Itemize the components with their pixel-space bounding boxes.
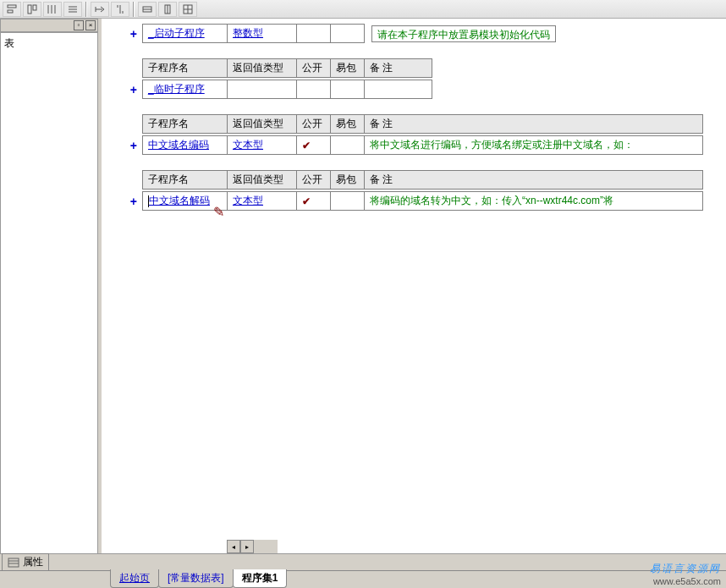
expand-icon[interactable]: + <box>130 139 137 152</box>
tb-btn-2[interactable] <box>23 2 41 17</box>
expand-icon[interactable]: + <box>130 83 137 96</box>
tb-btn-1[interactable] <box>3 2 21 17</box>
tb-btn-6[interactable] <box>111 2 129 17</box>
watermark: 易语言资源网 www.e5a5x.com <box>650 562 721 586</box>
expand-icon[interactable]: + <box>130 195 137 208</box>
scroll-left-icon[interactable]: ◂ <box>227 540 240 553</box>
ret-type[interactable]: 文本型 <box>233 195 263 206</box>
svg-rect-2 <box>28 5 31 14</box>
panel-side-text: 表 <box>4 37 14 49</box>
expand-icon[interactable]: + <box>130 27 137 41</box>
tab-programset[interactable]: 程序集1 <box>233 569 288 588</box>
hdr-pub: 公开 <box>297 59 331 78</box>
document-tabs: 起始页 [常量数据表] 程序集1 <box>0 570 726 588</box>
table-row[interactable]: 中文域名解码 文本型 ✔ 将编码的域名转为中文，如：传入“xn--wxtr44c… <box>143 192 703 211</box>
table-row[interactable]: _临时子程序 <box>143 80 432 99</box>
table-row[interactable]: _启动子程序 整数型 <box>143 25 365 43</box>
toolbar <box>0 0 726 19</box>
check-icon[interactable]: ✔ <box>302 140 311 151</box>
hdr-yi: 易包 <box>331 59 365 78</box>
sub-name[interactable]: _临时子程序 <box>148 83 205 95</box>
properties-button[interactable]: 属性 <box>2 553 49 571</box>
svg-rect-1 <box>8 10 13 13</box>
h-scrollbar[interactable]: ◂ ▸ <box>227 540 278 553</box>
code-area: + _启动子程序 整数型 请在本子程序中放置易模块初始化代码 子程 <box>102 19 726 553</box>
side-panel: ▫ × 表 <box>0 19 102 553</box>
remark[interactable]: 将中文域名进行编码，方便域名绑定或注册中文域名，如： <box>365 136 703 155</box>
svg-rect-0 <box>8 5 16 8</box>
sub-name[interactable]: _启动子程序 <box>148 27 205 39</box>
remark[interactable]: 将编码的域名转为中文，如：传入“xn--wxtr44c.com”将 <box>365 192 703 211</box>
tb-btn-7[interactable] <box>138 2 157 17</box>
tab-const[interactable]: [常量数据表] <box>158 569 234 588</box>
hdr-remark: 备 注 <box>365 59 432 78</box>
sub-name[interactable]: 中文域名编码 <box>148 139 209 151</box>
table-row[interactable]: 中文域名编码 文本型 ✔ 将中文域名进行编码，方便域名绑定或注册中文域名，如： <box>143 136 703 155</box>
tb-btn-5[interactable] <box>91 2 109 17</box>
tab-start[interactable]: 起始页 <box>110 569 159 588</box>
remark-box: 请在本子程序中放置易模块初始化代码 <box>371 25 556 42</box>
ret-type[interactable]: 整数型 <box>233 27 263 39</box>
svg-rect-3 <box>33 5 36 10</box>
properties-icon <box>8 558 19 568</box>
svg-rect-17 <box>8 558 19 567</box>
panel-close-icon[interactable]: × <box>85 20 96 30</box>
sub-name[interactable]: 中文域名解码 <box>149 195 210 206</box>
panel-min-icon[interactable]: ▫ <box>74 20 84 30</box>
ret-type[interactable]: 文本型 <box>233 139 263 151</box>
check-icon[interactable]: ✔ <box>302 195 311 207</box>
tb-btn-9[interactable] <box>179 2 197 17</box>
hdr-name: 子程序名 <box>143 59 228 78</box>
scroll-right-icon[interactable]: ▸ <box>240 540 254 553</box>
tb-btn-8[interactable] <box>158 2 177 17</box>
tb-btn-4[interactable] <box>63 2 82 17</box>
tb-btn-3[interactable] <box>43 2 62 17</box>
hdr-ret: 返回值类型 <box>228 59 297 78</box>
